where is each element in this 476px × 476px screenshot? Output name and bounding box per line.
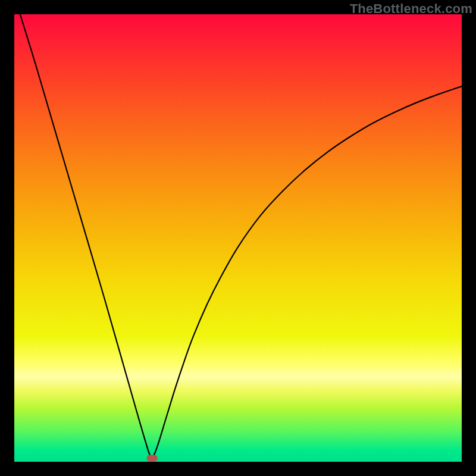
chart-frame: TheBottleneck.com [0,0,476,476]
watermark-text: TheBottleneck.com [350,1,472,17]
bottleneck-curve-chart [14,14,462,462]
data-point-marker [147,455,158,461]
gradient-background [14,14,462,462]
plot-area [14,14,462,462]
